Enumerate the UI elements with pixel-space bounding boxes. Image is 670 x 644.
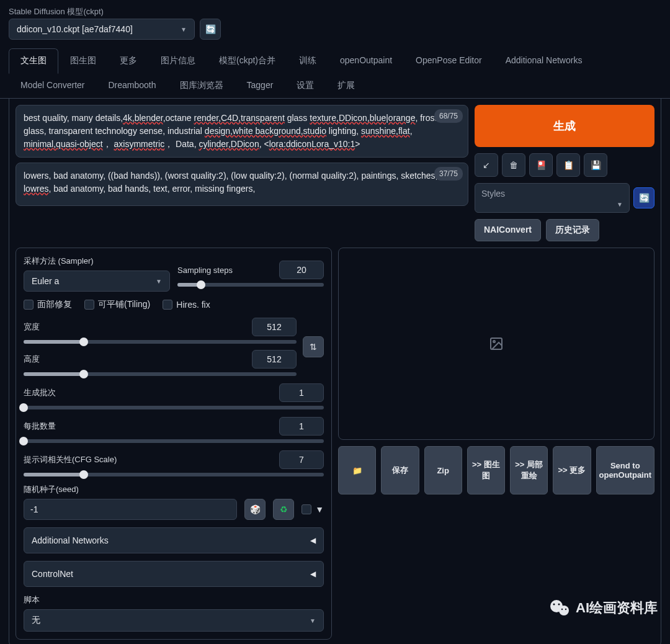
steps-input[interactable]: 20 xyxy=(279,261,324,279)
height-input[interactable]: 512 xyxy=(252,350,297,369)
tab-img2img[interactable]: 图生图 xyxy=(58,48,108,73)
open-folder-button[interactable]: 📁 xyxy=(338,446,376,494)
send-inpaint-button[interactable]: >> 局部重绘 xyxy=(510,446,548,494)
wechat-icon xyxy=(548,597,571,619)
history-button[interactable]: 历史记录 xyxy=(546,219,599,241)
watermark-text: AI绘画资料库 xyxy=(576,599,658,617)
hires-checkbox[interactable]: Hires. fix xyxy=(163,299,210,310)
save-button[interactable]: 保存 xyxy=(381,446,419,494)
recycle-icon: ♻ xyxy=(280,504,288,514)
tab-openpose[interactable]: OpenPose Editor xyxy=(404,48,494,73)
random-seed-button[interactable]: 🎲 xyxy=(244,499,266,520)
additional-networks-accordion[interactable]: Additional Networks ◀ xyxy=(24,527,324,553)
swap-dims-button[interactable]: ⇅ xyxy=(303,336,324,357)
tab-tagger[interactable]: Tagger xyxy=(235,73,285,98)
script-label: 脚本 xyxy=(24,594,324,606)
tab-txt2img[interactable]: 文生图 xyxy=(9,48,58,74)
batch-size-input[interactable]: 1 xyxy=(279,417,324,436)
svg-point-3 xyxy=(559,606,569,615)
triangle-left-icon: ◀ xyxy=(310,536,316,545)
width-slider[interactable] xyxy=(24,340,297,344)
batch-count-label: 生成批次 xyxy=(24,387,56,398)
refresh-model-button[interactable]: 🔄 xyxy=(200,19,221,40)
tab-openoutpaint[interactable]: openOutpaint xyxy=(328,48,404,73)
batch-count-input[interactable]: 1 xyxy=(279,383,324,402)
chevron-down-icon: ▼ xyxy=(156,278,162,285)
interrogate-button[interactable]: ↙ xyxy=(475,153,498,177)
naiconvert-button[interactable]: NAIConvert xyxy=(475,219,541,241)
batch-count-slider[interactable] xyxy=(24,406,324,409)
card-icon: 🎴 xyxy=(536,160,547,170)
styles-label: Styles xyxy=(481,189,623,199)
controlnet-accordion[interactable]: ControlNet ◀ xyxy=(24,561,324,587)
sampler-value: Euler a xyxy=(32,276,59,286)
steps-slider[interactable] xyxy=(177,283,324,287)
extra-seed-checkbox[interactable]: ▼ xyxy=(302,504,324,514)
paste-button[interactable]: 📋 xyxy=(556,153,580,177)
script-select[interactable]: 无 ▼ xyxy=(24,609,324,632)
tab-merge[interactable]: 模型(ckpt)合并 xyxy=(207,48,287,73)
svg-point-7 xyxy=(565,609,566,610)
generate-button[interactable]: 生成 xyxy=(475,105,654,147)
height-label: 高度 xyxy=(24,354,40,365)
chevron-down-icon: ▼ xyxy=(310,617,316,624)
tab-modelconv[interactable]: Model Converter xyxy=(9,73,97,98)
chevron-down-icon: ▼ xyxy=(181,26,187,33)
zip-button[interactable]: Zip xyxy=(424,446,462,494)
output-image-area xyxy=(338,248,654,440)
width-input[interactable]: 512 xyxy=(252,318,297,336)
main-tabs: 文生图 图生图 更多 图片信息 模型(ckpt)合并 训练 openOutpai… xyxy=(0,40,670,99)
dice-icon: 🎲 xyxy=(250,504,261,514)
clear-button[interactable]: 🗑 xyxy=(502,153,525,177)
trash-icon: 🗑 xyxy=(509,160,518,170)
model-label: Stable Diffusion 模型(ckpt) xyxy=(9,6,661,17)
tab-extensions[interactable]: 扩展 xyxy=(326,73,367,98)
refresh-styles-button[interactable]: 🔄 xyxy=(633,187,654,208)
seed-input[interactable]: -1 xyxy=(24,499,237,520)
tab-addnet[interactable]: Additional Networks xyxy=(494,48,594,73)
seed-label: 随机种子(seed) xyxy=(24,484,324,495)
tab-train[interactable]: 训练 xyxy=(287,48,328,73)
height-slider[interactable] xyxy=(24,372,297,376)
cfg-slider[interactable] xyxy=(24,473,324,476)
steps-label: Sampling steps xyxy=(177,266,233,275)
model-select[interactable]: ddicon_v10.ckpt [ae7daf7440] ▼ xyxy=(9,19,195,40)
cfg-label: 提示词相关性(CFG Scale) xyxy=(24,454,117,465)
cfg-input[interactable]: 7 xyxy=(279,450,324,469)
save-style-button[interactable]: 💾 xyxy=(584,153,607,177)
swap-icon: ⇅ xyxy=(310,342,317,352)
send-outpaint-button[interactable]: Send to openOutpaint xyxy=(596,446,654,494)
model-value: ddicon_v10.ckpt [ae7daf7440] xyxy=(17,24,133,34)
prompt-input[interactable]: 68/75 best quality, many details,4k,blen… xyxy=(16,105,468,158)
send-more-button[interactable]: >> 更多 xyxy=(553,446,591,494)
svg-point-1 xyxy=(493,341,495,342)
tab-browser[interactable]: 图库浏览器 xyxy=(168,73,235,98)
svg-point-5 xyxy=(558,604,560,606)
clipboard-icon: 📋 xyxy=(563,160,574,170)
reuse-seed-button[interactable]: ♻ xyxy=(273,499,294,520)
triangle-left-icon: ◀ xyxy=(310,570,316,578)
styles-select[interactable]: Styles ▼ xyxy=(475,183,630,213)
send-img2img-button[interactable]: >> 图生图 xyxy=(467,446,505,494)
prompt-token-count: 68/75 xyxy=(434,109,463,123)
tab-dreambooth[interactable]: Dreambooth xyxy=(97,73,168,98)
refresh-icon: 🔄 xyxy=(205,24,216,34)
tab-pnginfo[interactable]: 图片信息 xyxy=(149,48,207,73)
width-label: 宽度 xyxy=(24,321,40,333)
batch-size-label: 每批数量 xyxy=(24,421,56,432)
face-restore-checkbox[interactable]: 面部修复 xyxy=(24,299,72,310)
image-placeholder-icon xyxy=(489,336,504,351)
batch-size-slider[interactable] xyxy=(24,439,324,443)
svg-point-6 xyxy=(561,609,563,610)
sampler-select[interactable]: Euler a ▼ xyxy=(24,271,170,292)
watermark: AI绘画资料库 xyxy=(548,597,658,619)
refresh-icon: 🔄 xyxy=(639,193,650,203)
svg-point-4 xyxy=(553,604,555,606)
save-icon: 💾 xyxy=(591,160,601,170)
negative-prompt-input[interactable]: 37/75 lowers, bad anatomy, ((bad hands))… xyxy=(16,163,468,206)
tab-settings[interactable]: 设置 xyxy=(285,73,326,98)
tiling-checkbox[interactable]: 可平铺(Tiling) xyxy=(84,299,150,310)
extra-networks-button[interactable]: 🎴 xyxy=(529,153,553,177)
script-value: 无 xyxy=(32,615,40,626)
tab-extras[interactable]: 更多 xyxy=(108,48,149,73)
